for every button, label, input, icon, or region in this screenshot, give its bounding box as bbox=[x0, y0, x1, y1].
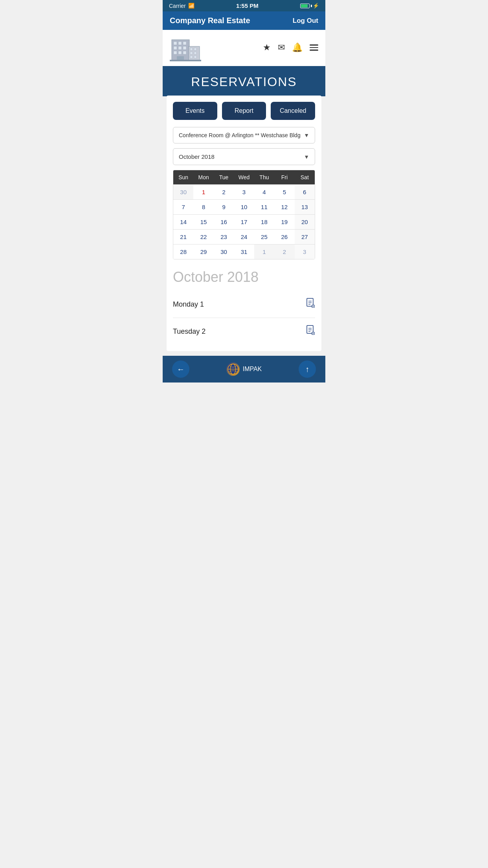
carrier-label: Carrier bbox=[169, 3, 186, 9]
cal-day-8[interactable]: 8 bbox=[193, 199, 213, 214]
svg-rect-17 bbox=[194, 56, 196, 58]
cal-day-11[interactable]: 11 bbox=[254, 199, 274, 214]
svg-rect-1 bbox=[174, 42, 177, 45]
cal-day-3[interactable]: 3 bbox=[234, 184, 254, 199]
reservations-title: RESERVATIONS bbox=[167, 75, 321, 89]
cal-day-6[interactable]: 6 bbox=[295, 184, 315, 199]
status-time: 1:55 PM bbox=[236, 2, 259, 9]
battery-tip bbox=[311, 5, 312, 7]
month-label: October 2018 bbox=[173, 267, 315, 285]
back-button[interactable]: ← bbox=[172, 360, 189, 378]
cal-day-9[interactable]: 9 bbox=[214, 199, 234, 214]
cal-day-22[interactable]: 22 bbox=[193, 229, 213, 244]
cal-day-31[interactable]: 31 bbox=[234, 244, 254, 259]
events-tab[interactable]: Events bbox=[173, 102, 217, 120]
event-tuesday-2[interactable]: Tuesday 2 bbox=[173, 318, 315, 345]
status-bar: Carrier 📶 1:55 PM ⚡ bbox=[163, 0, 325, 11]
header-icons: ★ ✉ 🔔 bbox=[263, 42, 318, 53]
app-title: Company Real Estate bbox=[170, 16, 250, 25]
canceled-tab[interactable]: Canceled bbox=[271, 102, 315, 120]
svg-rect-3 bbox=[183, 42, 186, 45]
svg-rect-2 bbox=[178, 42, 182, 45]
room-dropdown[interactable]: Conference Room @ Arlington ** Westchase… bbox=[173, 127, 315, 143]
cal-day-5[interactable]: 5 bbox=[274, 184, 294, 199]
svg-rect-8 bbox=[178, 51, 182, 54]
bottom-nav: ← IMPAK ↑ bbox=[163, 356, 325, 383]
cal-day-1[interactable]: 1 bbox=[193, 184, 213, 199]
svg-rect-12 bbox=[190, 48, 193, 50]
svg-rect-13 bbox=[194, 48, 196, 50]
cal-day-15[interactable]: 15 bbox=[193, 214, 213, 229]
battery-indicator: ⚡ bbox=[300, 3, 319, 9]
room-dropdown-arrow: ▼ bbox=[304, 132, 309, 138]
bell-icon[interactable]: 🔔 bbox=[292, 42, 303, 53]
cal-day-16[interactable]: 16 bbox=[214, 214, 234, 229]
cal-day-27[interactable]: 27 bbox=[295, 229, 315, 244]
calendar-grid: 30 1 2 3 4 5 6 7 8 9 10 11 12 13 14 15 1… bbox=[173, 184, 315, 259]
cal-day-12[interactable]: 12 bbox=[274, 199, 294, 214]
cal-day-3-next[interactable]: 3 bbox=[295, 244, 315, 259]
wifi-icon: 📶 bbox=[188, 3, 194, 9]
battery-fill bbox=[301, 4, 308, 7]
cal-day-21[interactable]: 21 bbox=[173, 229, 193, 244]
app-header: Company Real Estate Log Out bbox=[163, 11, 325, 30]
cal-day-7[interactable]: 7 bbox=[173, 199, 193, 214]
svg-rect-4 bbox=[174, 46, 177, 50]
cal-day-30[interactable]: 30 bbox=[214, 244, 234, 259]
doc-icon-tuesday-2[interactable] bbox=[306, 325, 315, 338]
lightning-icon: ⚡ bbox=[313, 3, 319, 9]
cal-day-25[interactable]: 25 bbox=[254, 229, 274, 244]
report-tab[interactable]: Report bbox=[222, 102, 266, 120]
cal-header-sun: Sun bbox=[173, 170, 193, 184]
month-dropdown[interactable]: October 2018 ▼ bbox=[173, 148, 315, 165]
cal-day-17[interactable]: 17 bbox=[234, 214, 254, 229]
calendar-header: Sun Mon Tue Wed Thu Fri Sat bbox=[173, 170, 315, 184]
svg-rect-18 bbox=[170, 60, 201, 61]
cal-day-18[interactable]: 18 bbox=[254, 214, 274, 229]
svg-rect-14 bbox=[190, 52, 193, 54]
cal-day-14[interactable]: 14 bbox=[173, 214, 193, 229]
event-tuesday-2-label: Tuesday 2 bbox=[173, 327, 205, 336]
svg-rect-16 bbox=[190, 56, 193, 58]
impak-logo: IMPAK bbox=[226, 362, 262, 376]
cal-day-4[interactable]: 4 bbox=[254, 184, 274, 199]
battery-body bbox=[300, 4, 310, 8]
calendar: Sun Mon Tue Wed Thu Fri Sat 30 1 2 3 4 5… bbox=[173, 170, 315, 259]
cal-day-20[interactable]: 20 bbox=[295, 214, 315, 229]
mail-icon[interactable]: ✉ bbox=[278, 42, 285, 53]
event-list: Monday 1 Tuesday 2 bbox=[173, 291, 315, 345]
svg-rect-6 bbox=[183, 46, 186, 50]
doc-icon-monday-1[interactable] bbox=[306, 298, 315, 311]
status-left: Carrier 📶 bbox=[169, 3, 194, 9]
star-icon[interactable]: ★ bbox=[263, 42, 271, 53]
cal-day-10[interactable]: 10 bbox=[234, 199, 254, 214]
building-logo bbox=[170, 34, 201, 61]
cal-header-thu: Thu bbox=[254, 170, 274, 184]
room-dropdown-value: Conference Room @ Arlington ** Westchase… bbox=[179, 132, 301, 138]
cal-day-26[interactable]: 26 bbox=[274, 229, 294, 244]
cal-day-30-prev[interactable]: 30 bbox=[173, 184, 193, 199]
svg-rect-10 bbox=[177, 56, 184, 60]
cal-day-19[interactable]: 19 bbox=[274, 214, 294, 229]
up-button[interactable]: ↑ bbox=[299, 360, 316, 378]
cal-header-fri: Fri bbox=[274, 170, 294, 184]
menu-icon[interactable] bbox=[310, 44, 318, 51]
logout-button[interactable]: Log Out bbox=[293, 17, 318, 25]
tab-group: Events Report Canceled bbox=[173, 102, 315, 120]
event-monday-1-label: Monday 1 bbox=[173, 300, 204, 309]
logo-row: ★ ✉ 🔔 bbox=[163, 30, 325, 66]
event-monday-1[interactable]: Monday 1 bbox=[173, 291, 315, 318]
main-content: Events Report Canceled Conference Room @… bbox=[167, 96, 321, 351]
cal-day-1-next[interactable]: 1 bbox=[254, 244, 274, 259]
cal-day-13[interactable]: 13 bbox=[295, 199, 315, 214]
svg-rect-5 bbox=[178, 46, 182, 50]
cal-day-28[interactable]: 28 bbox=[173, 244, 193, 259]
cal-day-23[interactable]: 23 bbox=[214, 229, 234, 244]
svg-rect-15 bbox=[194, 52, 196, 54]
cal-day-2[interactable]: 2 bbox=[214, 184, 234, 199]
cal-day-2-next[interactable]: 2 bbox=[274, 244, 294, 259]
cal-day-24[interactable]: 24 bbox=[234, 229, 254, 244]
cal-header-mon: Mon bbox=[193, 170, 213, 184]
cal-day-29[interactable]: 29 bbox=[193, 244, 213, 259]
cal-header-sat: Sat bbox=[295, 170, 315, 184]
